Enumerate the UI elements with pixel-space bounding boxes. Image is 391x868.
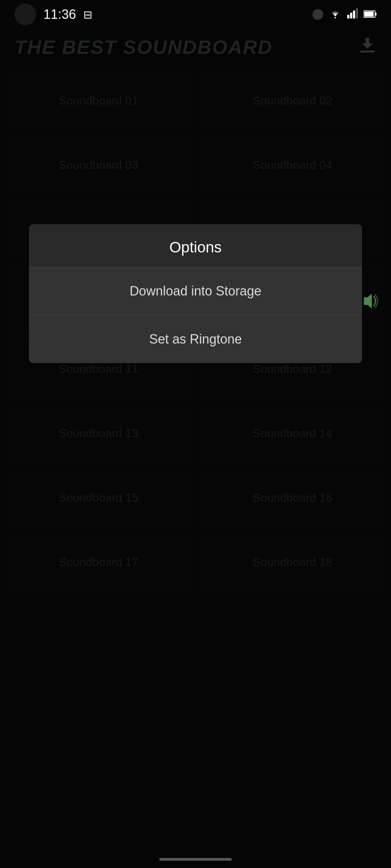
svg-rect-6 (375, 13, 377, 16)
status-bar: 11:36 ⊟ (0, 0, 391, 29)
options-title: Options (29, 224, 362, 267)
options-modal: Options Download into Storage Set as Rin… (29, 224, 362, 363)
signal-icon (347, 8, 358, 21)
set-ringtone-button[interactable]: Set as Ringtone (29, 315, 362, 363)
notification-icon: ⊟ (83, 8, 92, 21)
svg-rect-2 (350, 13, 352, 18)
svg-rect-4 (356, 8, 358, 18)
svg-rect-3 (353, 10, 355, 18)
svg-rect-7 (364, 12, 374, 17)
volume-icon-container (360, 293, 380, 313)
bottom-nav-bar (159, 858, 232, 861)
download-storage-button[interactable]: Download into Storage (29, 267, 362, 315)
modal-overlay[interactable] (0, 0, 391, 868)
svg-rect-1 (347, 15, 349, 18)
dot-icon (312, 9, 323, 20)
svg-point-0 (335, 17, 336, 18)
svg-marker-9 (364, 294, 372, 309)
battery-icon (363, 8, 377, 21)
status-left: 11:36 ⊟ (14, 4, 92, 25)
wifi-icon (329, 8, 342, 21)
status-time: 11:36 (43, 7, 76, 22)
status-right (312, 8, 377, 21)
status-circle (14, 4, 36, 25)
